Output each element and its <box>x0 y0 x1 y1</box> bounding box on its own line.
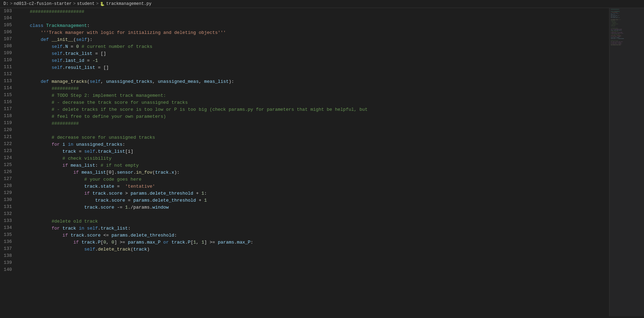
line-content[interactable]: track.score -= 1./params.window <box>17 204 609 211</box>
line-number: 125 <box>0 162 17 169</box>
line-content[interactable] <box>17 267 609 274</box>
line-content[interactable]: # - decrease the track score for unassig… <box>17 99 609 106</box>
line-content[interactable]: if track.score <= params.delete_threshol… <box>17 232 609 239</box>
code-editor[interactable]: 103 ####################104 105 class Tr… <box>0 8 609 316</box>
line-content[interactable]: if meas_list: # if not empty <box>17 162 609 169</box>
breadcrumb-bar: D: > nd013-c2-fusion-starter > student >… <box>0 0 644 8</box>
table-row: 125 if meas_list: # if not empty <box>0 162 609 169</box>
line-content[interactable]: self.delete_track(track) <box>17 246 609 253</box>
table-row: 103 #################### <box>0 8 609 15</box>
line-content[interactable]: '''Track manager with logic for initiali… <box>17 29 609 36</box>
line-number: 117 <box>0 106 17 113</box>
line-number: 104 <box>0 15 17 22</box>
table-row: 122 for i in unassigned_tracks: <box>0 141 609 148</box>
table-row: 117 # - delete tracks if the score is to… <box>0 106 609 113</box>
breadcrumb-drive: D: <box>3 1 8 6</box>
line-number: 140 <box>0 267 17 274</box>
line-content[interactable]: # your code goes here <box>17 176 609 183</box>
line-content[interactable] <box>17 211 609 218</box>
line-content[interactable]: # - delete tracks if the score is too lo… <box>17 106 609 113</box>
line-content[interactable]: self.result_list = [] <box>17 64 609 71</box>
table-row: 134 for track in self.track_list: <box>0 225 609 232</box>
line-content[interactable]: for i in unassigned_tracks: <box>17 141 609 148</box>
line-content[interactable]: # feel free to define your own parameter… <box>17 113 609 120</box>
line-number: 124 <box>0 155 17 162</box>
line-number: 123 <box>0 148 17 155</box>
line-number: 129 <box>0 190 17 197</box>
line-content[interactable]: #delete old track <box>17 218 609 225</box>
breadcrumb-file[interactable]: 🐍 trackmanagement.py <box>100 1 152 6</box>
line-content[interactable]: #################### <box>17 8 609 15</box>
line-number: 139 <box>0 260 17 267</box>
breadcrumb-folder1[interactable]: nd013-c2-fusion-starter <box>14 1 72 6</box>
line-number: 121 <box>0 134 17 141</box>
line-number: 134 <box>0 225 17 232</box>
table-row: 139 <box>0 260 609 267</box>
table-row: 129 if track.score > params.delete_thres… <box>0 190 609 197</box>
table-row: 111 self.result_list = [] <box>0 64 609 71</box>
line-content[interactable] <box>17 260 609 267</box>
line-content[interactable]: self.track_list = [] <box>17 50 609 57</box>
line-number: 114 <box>0 85 17 92</box>
line-number: 118 <box>0 113 17 120</box>
line-content[interactable]: if track.score > params.delete_threshold… <box>17 190 609 197</box>
line-number: 103 <box>0 8 17 15</box>
table-row: 123 track = self.track_list[i] <box>0 148 609 155</box>
line-content[interactable]: if track.P[0, 0] >= params.max_P or trac… <box>17 239 609 246</box>
line-number: 137 <box>0 246 17 253</box>
line-number: 105 <box>0 22 17 29</box>
line-content[interactable] <box>17 15 609 22</box>
line-number: 138 <box>0 253 17 260</box>
line-number: 106 <box>0 29 17 36</box>
line-content[interactable] <box>17 253 609 260</box>
line-content[interactable]: if meas_list[0].sensor.in_fov(track.x): <box>17 169 609 176</box>
table-row: 109 self.track_list = [] <box>0 50 609 57</box>
table-row: 105 class Trackmanagement: <box>0 22 609 29</box>
line-content[interactable]: ########## <box>17 85 609 92</box>
minimap[interactable]: #################### class Trackmanageme… <box>609 8 644 316</box>
line-content[interactable]: track.score = params.delete_threshold + … <box>17 197 609 204</box>
line-number: 135 <box>0 232 17 239</box>
table-row: 104 <box>0 15 609 22</box>
line-content[interactable]: # check visibility <box>17 155 609 162</box>
table-row: 130 track.score = params.delete_threshol… <box>0 197 609 204</box>
table-row: 106 '''Track manager with logic for init… <box>0 29 609 36</box>
line-number: 107 <box>0 36 17 43</box>
table-row: 133 #delete old track <box>0 218 609 225</box>
line-content[interactable]: ########## <box>17 120 609 127</box>
breadcrumb-sep1: > <box>10 1 12 6</box>
line-number: 130 <box>0 197 17 204</box>
table-row: 124 # check visibility <box>0 155 609 162</box>
line-number: 119 <box>0 120 17 127</box>
line-content[interactable]: # TODO Step 2: implement track managemen… <box>17 92 609 99</box>
line-number: 127 <box>0 176 17 183</box>
breadcrumb-folder2[interactable]: student <box>77 1 94 6</box>
line-number: 136 <box>0 239 17 246</box>
table-row: 110 self.last_id = -1 <box>0 57 609 64</box>
table-row: 113 def manage_tracks(self, unassigned_t… <box>0 78 609 85</box>
line-content[interactable] <box>17 71 609 78</box>
table-row: 112 <box>0 71 609 78</box>
line-content[interactable]: self.last_id = -1 <box>17 57 609 64</box>
line-number: 131 <box>0 204 17 211</box>
table-row: 108 self.N = 0 # current number of track… <box>0 43 609 50</box>
line-content[interactable]: self.N = 0 # current number of tracks <box>17 43 609 50</box>
line-number: 112 <box>0 71 17 78</box>
line-content[interactable]: def manage_tracks(self, unassigned_track… <box>17 78 609 85</box>
line-number: 132 <box>0 211 17 218</box>
line-content[interactable]: for track in self.track_list: <box>17 225 609 232</box>
table-row: 127 # your code goes here <box>0 176 609 183</box>
line-content[interactable]: def __init__(self): <box>17 36 609 43</box>
line-content[interactable]: class Trackmanagement: <box>17 22 609 29</box>
line-number: 116 <box>0 99 17 106</box>
line-number: 128 <box>0 183 17 190</box>
line-content[interactable]: # decrease score for unassigned tracks <box>17 134 609 141</box>
table-row: 137 self.delete_track(track) <box>0 246 609 253</box>
table-row: 138 <box>0 253 609 260</box>
line-content[interactable]: track.state = 'tentative' <box>17 183 609 190</box>
line-content[interactable]: track = self.track_list[i] <box>17 148 609 155</box>
breadcrumb-sep3: > <box>96 1 98 6</box>
breadcrumb-sep2: > <box>73 1 75 6</box>
line-content[interactable] <box>17 127 609 134</box>
table-row: 131 track.score -= 1./params.window <box>0 204 609 211</box>
